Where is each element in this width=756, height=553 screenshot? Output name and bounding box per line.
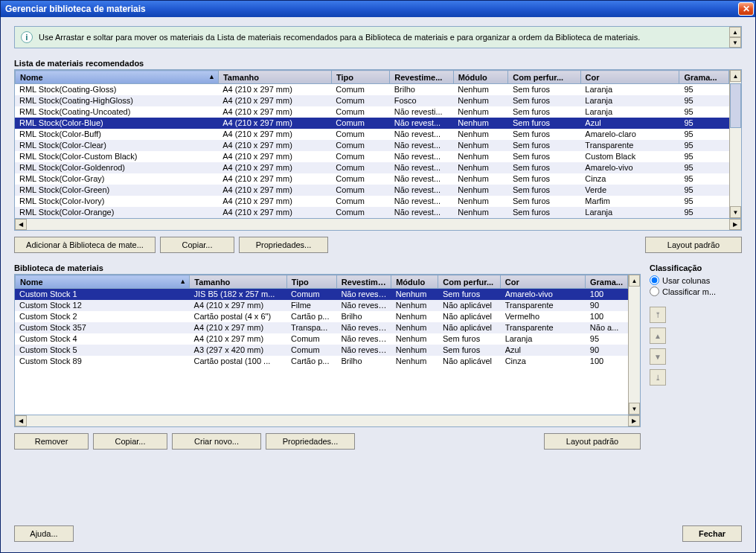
table-row[interactable]: RML Stock(Color-Gray)A4 (210 x 297 mm)Co… [15,173,729,185]
table-row[interactable]: RML Stock(Color-Buff)A4 (210 x 297 mm)Co… [15,129,729,140]
table-row[interactable]: RML Stock(Coating-Gloss)A4 (210 x 297 mm… [15,84,729,95]
library-hscroll[interactable]: ◀ ▶ [14,415,641,427]
table-cell: A4 (210 x 297 mm) [218,196,331,207]
table-row[interactable]: Custom Stock 5A3 (297 x 420 mm)ComumNão … [15,345,628,356]
table-cell: A4 (210 x 297 mm) [218,185,331,196]
table-row[interactable]: Custom Stock 12A4 (210 x 297 mm)FilmeNão… [15,300,628,311]
table-row[interactable]: Custom Stock 89Cartão postal (100 ...Car… [15,356,628,367]
column-header[interactable]: Tipo [331,71,389,84]
column-header[interactable]: Cor [580,71,679,84]
close-icon[interactable]: ✕ [738,2,754,16]
table-cell: Não revest... [390,151,454,162]
move-top-button[interactable]: ⤒ [650,307,666,323]
table-cell: RML Stock(Color-Goldenrod) [15,162,218,173]
default-layout-button-top[interactable]: Layout padrão [645,237,742,253]
table-cell: A4 (210 x 297 mm) [218,151,331,162]
move-up-button[interactable]: ▲ [650,327,666,344]
table-cell: Sem furos [508,129,580,140]
table-row[interactable]: RML Stock(Coating-HighGloss)A4 (210 x 29… [15,95,729,106]
table-cell: A3 (297 x 420 mm) [190,345,287,356]
column-header[interactable]: Módulo [391,275,438,289]
table-cell: A4 (210 x 297 mm) [218,173,331,185]
column-header[interactable]: Com perfur... [508,71,580,84]
radio-classify-m-input[interactable] [650,287,659,296]
column-header[interactable]: Nome▲ [16,71,219,84]
recommended-vscroll[interactable]: ▲ ▼ [729,70,741,218]
table-cell: Não revest... [336,322,391,333]
scroll-left-icon[interactable]: ◀ [15,415,27,426]
scroll-up-icon[interactable]: ▲ [629,275,640,287]
table-cell: Custom Stock 5 [15,345,190,356]
column-header[interactable]: Revestime... [390,71,453,84]
table-row[interactable]: RML Stock(Color-Blue)A4 (210 x 297 mm)Co… [15,118,729,129]
scroll-down-icon[interactable]: ▼ [730,206,741,218]
table-cell: RML Stock(Color-Blue) [15,118,218,129]
table-cell: Sem furos [508,106,580,118]
scroll-down-icon[interactable]: ▼ [629,403,640,415]
table-cell: RML Stock(Color-Gray) [15,173,218,185]
column-header[interactable]: Revestime... [336,275,391,289]
library-vscroll[interactable]: ▲ ▼ [628,275,640,415]
column-header[interactable]: Nome▲ [16,275,190,289]
radio-use-columns[interactable]: Usar colunas [650,275,742,285]
move-bottom-button[interactable]: ⤓ [650,369,666,386]
properties-button-top[interactable]: Propriedades... [239,237,328,253]
copy-button-top[interactable]: Copiar... [160,237,234,253]
table-row[interactable]: Custom Stock 2Cartão postal (4 x 6")Cart… [15,311,628,322]
properties-button-bottom[interactable]: Propriedades... [266,433,355,450]
column-header[interactable]: Tipo [286,275,336,289]
table-row[interactable]: RML Stock(Color-Green)A4 (210 x 297 mm)C… [15,185,729,196]
remove-button[interactable]: Remover [14,433,89,450]
table-cell: Não revest... [390,129,454,140]
table-cell: Não revest... [336,300,391,311]
table-cell: 95 [679,196,729,207]
table-row[interactable]: RML Stock(Color-Ivory)A4 (210 x 297 mm)C… [15,196,729,207]
table-cell: RML Stock(Coating-Uncoated) [15,106,218,118]
column-header[interactable]: Módulo [453,71,508,84]
table-cell: A4 (210 x 297 mm) [218,162,331,173]
scroll-left-icon[interactable]: ◀ [15,219,27,230]
library-button-row: Remover Copiar... Criar novo... Propried… [14,433,641,450]
table-row[interactable]: Custom Stock 357A4 (210 x 297 mm)Transpa… [15,322,628,333]
column-header[interactable]: Tamanho [190,275,286,289]
column-header[interactable]: Grama... [585,275,627,289]
hint-scroll-down[interactable]: ▼ [729,37,741,48]
recommended-hscroll[interactable]: ◀ ▶ [14,219,742,231]
sort-arrow-icon: ▲ [179,278,186,285]
radio-classify-m[interactable]: Classificar m... [650,287,742,296]
column-header[interactable]: Com perfur... [438,275,501,289]
hint-scroll-up[interactable]: ▲ [729,27,741,37]
table-cell: Comum [331,95,389,106]
table-cell: Não revest... [336,333,391,345]
table-cell: 95 [679,151,729,162]
create-new-button[interactable]: Criar novo... [172,433,261,450]
classification-label: Classificação [650,263,742,272]
table-row[interactable]: Custom Stock 1JIS B5 (182 x 257 m...Comu… [15,289,628,300]
table-row[interactable]: RML Stock(Color-Orange)A4 (210 x 297 mm)… [15,207,729,218]
help-button[interactable]: Ajuda... [14,525,74,542]
copy-button-bottom[interactable]: Copiar... [93,433,167,450]
table-cell: Nenhum [453,118,508,129]
default-layout-button-bottom[interactable]: Layout padrão [544,433,641,450]
sort-arrow-icon: ▲ [208,73,215,80]
table-cell: 95 [679,173,729,185]
radio-use-columns-input[interactable] [650,275,659,285]
table-cell: Não aplicável [438,311,501,322]
table-row[interactable]: RML Stock(Coating-Uncoated)A4 (210 x 297… [15,106,729,118]
table-cell: A4 (210 x 297 mm) [190,322,287,333]
table-row[interactable]: RML Stock(Color-Goldenrod)A4 (210 x 297 … [15,162,729,173]
move-down-button[interactable]: ▼ [650,348,666,365]
table-cell: Comum [331,196,389,207]
scroll-up-icon[interactable]: ▲ [730,70,741,82]
close-button[interactable]: Fechar [682,525,742,542]
table-row[interactable]: RML Stock(Color-Custom Black)A4 (210 x 2… [15,151,729,162]
scroll-right-icon[interactable]: ▶ [729,219,741,230]
column-header[interactable]: Grama... [679,71,729,84]
scroll-right-icon[interactable]: ▶ [628,415,640,426]
table-cell: Nenhum [391,356,438,367]
column-header[interactable]: Tamanho [218,71,331,84]
add-to-library-button[interactable]: Adicionar à Biblioteca de mate... [14,237,156,253]
column-header[interactable]: Cor [500,275,585,289]
table-row[interactable]: RML Stock(Color-Clear)A4 (210 x 297 mm)C… [15,140,729,151]
table-row[interactable]: Custom Stock 4A4 (210 x 297 mm)ComumNão … [15,333,628,345]
